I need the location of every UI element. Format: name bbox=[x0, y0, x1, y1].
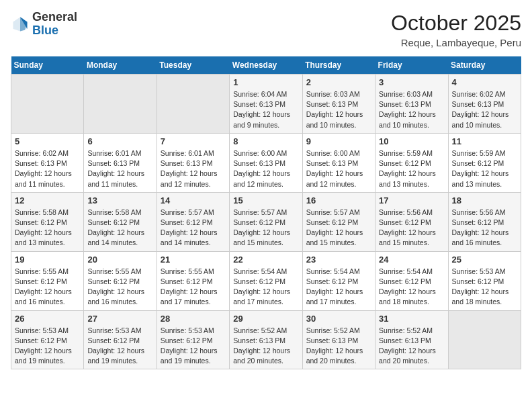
logo: General Blue bbox=[11, 11, 77, 38]
day-info: Sunrise: 6:01 AMSunset: 6:13 PMDaylight:… bbox=[87, 148, 152, 189]
day-number: 18 bbox=[452, 195, 517, 205]
day-info: Sunrise: 6:00 AMSunset: 6:13 PMDaylight:… bbox=[306, 148, 371, 189]
calendar-cell: 16Sunrise: 5:57 AMSunset: 6:12 PMDayligh… bbox=[302, 192, 375, 251]
calendar-cell: 2Sunrise: 6:03 AMSunset: 6:13 PMDaylight… bbox=[302, 75, 375, 134]
day-number: 31 bbox=[379, 314, 444, 324]
calendar-cell: 18Sunrise: 5:56 AMSunset: 6:12 PMDayligh… bbox=[448, 192, 521, 251]
day-number: 2 bbox=[306, 77, 371, 87]
day-info: Sunrise: 6:03 AMSunset: 6:13 PMDaylight:… bbox=[379, 89, 444, 130]
day-info: Sunrise: 5:57 AMSunset: 6:12 PMDaylight:… bbox=[161, 208, 226, 248]
calendar-cell: 20Sunrise: 5:55 AMSunset: 6:12 PMDayligh… bbox=[84, 251, 157, 310]
calendar-cell: 24Sunrise: 5:54 AMSunset: 6:12 PMDayligh… bbox=[375, 251, 448, 310]
day-number: 20 bbox=[87, 255, 152, 265]
calendar-cell: 10Sunrise: 5:59 AMSunset: 6:12 PMDayligh… bbox=[375, 133, 448, 192]
day-info: Sunrise: 6:00 AMSunset: 6:13 PMDaylight:… bbox=[233, 148, 298, 189]
day-info: Sunrise: 5:54 AMSunset: 6:12 PMDaylight:… bbox=[306, 267, 371, 308]
day-header-monday: Monday bbox=[84, 56, 157, 75]
calendar-cell: 31Sunrise: 5:52 AMSunset: 6:13 PMDayligh… bbox=[375, 310, 448, 369]
day-info: Sunrise: 5:54 AMSunset: 6:12 PMDaylight:… bbox=[233, 267, 298, 308]
calendar-cell: 26Sunrise: 5:53 AMSunset: 6:12 PMDayligh… bbox=[11, 310, 84, 369]
calendar-table: SundayMondayTuesdayWednesdayThursdayFrid… bbox=[11, 56, 521, 369]
day-header-thursday: Thursday bbox=[302, 56, 375, 75]
page-header: General Blue October 2025 Reque, Lambaye… bbox=[11, 11, 521, 48]
day-info: Sunrise: 6:01 AMSunset: 6:13 PMDaylight:… bbox=[161, 148, 226, 189]
logo-icon bbox=[11, 15, 30, 34]
calendar-week-1: 1Sunrise: 6:04 AMSunset: 6:13 PMDaylight… bbox=[11, 75, 521, 134]
calendar-cell: 22Sunrise: 5:54 AMSunset: 6:12 PMDayligh… bbox=[230, 251, 302, 310]
day-info: Sunrise: 5:58 AMSunset: 6:12 PMDaylight:… bbox=[87, 208, 152, 248]
calendar-cell: 27Sunrise: 5:53 AMSunset: 6:12 PMDayligh… bbox=[84, 310, 157, 369]
calendar-cell: 15Sunrise: 5:57 AMSunset: 6:12 PMDayligh… bbox=[230, 192, 302, 251]
calendar-week-3: 12Sunrise: 5:58 AMSunset: 6:12 PMDayligh… bbox=[11, 192, 521, 251]
calendar-cell bbox=[11, 75, 84, 134]
calendar-week-4: 19Sunrise: 5:55 AMSunset: 6:12 PMDayligh… bbox=[11, 251, 521, 310]
day-number: 27 bbox=[87, 314, 152, 324]
day-number: 23 bbox=[306, 255, 371, 265]
calendar-cell: 11Sunrise: 5:59 AMSunset: 6:12 PMDayligh… bbox=[448, 133, 521, 192]
calendar-cell: 28Sunrise: 5:53 AMSunset: 6:12 PMDayligh… bbox=[157, 310, 229, 369]
calendar-cell: 25Sunrise: 5:53 AMSunset: 6:12 PMDayligh… bbox=[448, 251, 521, 310]
day-info: Sunrise: 5:53 AMSunset: 6:12 PMDaylight:… bbox=[87, 326, 152, 367]
day-info: Sunrise: 6:02 AMSunset: 6:13 PMDaylight:… bbox=[452, 89, 517, 130]
day-info: Sunrise: 5:55 AMSunset: 6:12 PMDaylight:… bbox=[161, 267, 226, 308]
day-header-tuesday: Tuesday bbox=[157, 56, 229, 75]
calendar-cell: 17Sunrise: 5:56 AMSunset: 6:12 PMDayligh… bbox=[375, 192, 448, 251]
day-info: Sunrise: 5:52 AMSunset: 6:13 PMDaylight:… bbox=[306, 326, 371, 367]
location-text: Reque, Lambayeque, Peru bbox=[391, 37, 521, 48]
day-number: 7 bbox=[161, 136, 226, 146]
day-number: 15 bbox=[233, 195, 298, 205]
logo-blue-text: Blue bbox=[32, 24, 58, 37]
day-info: Sunrise: 5:57 AMSunset: 6:12 PMDaylight:… bbox=[306, 208, 371, 248]
day-info: Sunrise: 5:52 AMSunset: 6:13 PMDaylight:… bbox=[379, 326, 444, 367]
day-number: 13 bbox=[87, 195, 152, 205]
day-number: 26 bbox=[15, 314, 80, 324]
day-number: 9 bbox=[306, 136, 371, 146]
title-area: October 2025 Reque, Lambayeque, Peru bbox=[391, 11, 521, 48]
day-number: 5 bbox=[15, 136, 80, 146]
calendar-cell: 14Sunrise: 5:57 AMSunset: 6:12 PMDayligh… bbox=[157, 192, 229, 251]
calendar-cell: 30Sunrise: 5:52 AMSunset: 6:13 PMDayligh… bbox=[302, 310, 375, 369]
day-header-friday: Friday bbox=[375, 56, 448, 75]
calendar-cell: 23Sunrise: 5:54 AMSunset: 6:12 PMDayligh… bbox=[302, 251, 375, 310]
day-info: Sunrise: 6:04 AMSunset: 6:13 PMDaylight:… bbox=[233, 89, 298, 130]
day-header-sunday: Sunday bbox=[11, 56, 84, 75]
day-info: Sunrise: 5:53 AMSunset: 6:12 PMDaylight:… bbox=[15, 326, 80, 367]
day-info: Sunrise: 5:54 AMSunset: 6:12 PMDaylight:… bbox=[379, 267, 444, 308]
day-number: 30 bbox=[306, 314, 371, 324]
day-info: Sunrise: 5:52 AMSunset: 6:13 PMDaylight:… bbox=[233, 326, 298, 367]
day-number: 8 bbox=[233, 136, 298, 146]
day-info: Sunrise: 6:03 AMSunset: 6:13 PMDaylight:… bbox=[306, 89, 371, 130]
calendar-cell: 9Sunrise: 6:00 AMSunset: 6:13 PMDaylight… bbox=[302, 133, 375, 192]
day-number: 10 bbox=[379, 136, 444, 146]
day-number: 24 bbox=[379, 255, 444, 265]
day-number: 4 bbox=[452, 77, 517, 87]
day-number: 19 bbox=[15, 255, 80, 265]
calendar-cell: 7Sunrise: 6:01 AMSunset: 6:13 PMDaylight… bbox=[157, 133, 229, 192]
day-number: 22 bbox=[233, 255, 298, 265]
day-number: 12 bbox=[15, 195, 80, 205]
calendar-week-5: 26Sunrise: 5:53 AMSunset: 6:12 PMDayligh… bbox=[11, 310, 521, 369]
calendar-cell: 8Sunrise: 6:00 AMSunset: 6:13 PMDaylight… bbox=[230, 133, 302, 192]
calendar-week-2: 5Sunrise: 6:02 AMSunset: 6:13 PMDaylight… bbox=[11, 133, 521, 192]
day-number: 1 bbox=[233, 77, 298, 87]
calendar-cell: 3Sunrise: 6:03 AMSunset: 6:13 PMDaylight… bbox=[375, 75, 448, 134]
calendar-cell: 4Sunrise: 6:02 AMSunset: 6:13 PMDaylight… bbox=[448, 75, 521, 134]
days-header-row: SundayMondayTuesdayWednesdayThursdayFrid… bbox=[11, 56, 521, 75]
day-number: 6 bbox=[87, 136, 152, 146]
day-number: 3 bbox=[379, 77, 444, 87]
calendar-cell: 12Sunrise: 5:58 AMSunset: 6:12 PMDayligh… bbox=[11, 192, 84, 251]
calendar-cell: 21Sunrise: 5:55 AMSunset: 6:12 PMDayligh… bbox=[157, 251, 229, 310]
calendar-cell bbox=[84, 75, 157, 134]
calendar-cell bbox=[448, 310, 521, 369]
day-number: 14 bbox=[161, 195, 226, 205]
calendar-cell bbox=[157, 75, 229, 134]
logo-general-text: General bbox=[32, 10, 77, 24]
calendar-cell: 19Sunrise: 5:55 AMSunset: 6:12 PMDayligh… bbox=[11, 251, 84, 310]
day-number: 17 bbox=[379, 195, 444, 205]
day-number: 11 bbox=[452, 136, 517, 146]
day-info: Sunrise: 5:55 AMSunset: 6:12 PMDaylight:… bbox=[15, 267, 80, 308]
day-info: Sunrise: 5:58 AMSunset: 6:12 PMDaylight:… bbox=[15, 208, 80, 248]
calendar-cell: 13Sunrise: 5:58 AMSunset: 6:12 PMDayligh… bbox=[84, 192, 157, 251]
day-header-saturday: Saturday bbox=[448, 56, 521, 75]
day-number: 16 bbox=[306, 195, 371, 205]
